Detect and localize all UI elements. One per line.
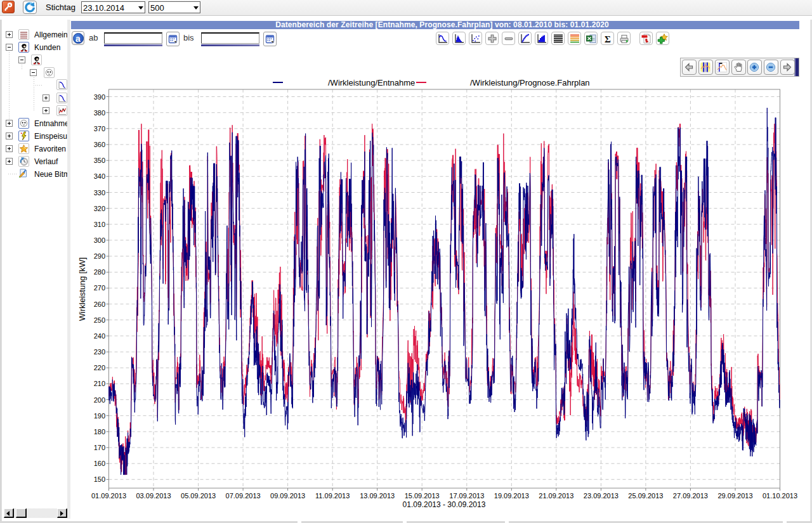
svg-text:320: 320 [94, 205, 105, 212]
svg-text:170: 170 [94, 444, 105, 451]
svg-text:05.09.2013: 05.09.2013 [181, 492, 216, 500]
svg-text:09.09.2013: 09.09.2013 [270, 492, 305, 500]
svg-text:190: 190 [94, 412, 105, 420]
svg-text:360: 360 [94, 141, 105, 148]
svg-text:370: 370 [94, 125, 105, 132]
svg-text:230: 230 [94, 348, 105, 356]
svg-text:29.09.2013: 29.09.2013 [717, 492, 752, 500]
svg-text:21.09.2013: 21.09.2013 [539, 492, 573, 500]
svg-text:23.09.2013: 23.09.2013 [584, 492, 619, 500]
svg-text:03.09.2013: 03.09.2013 [136, 492, 171, 500]
svg-text:340: 340 [94, 172, 105, 180]
svg-text:07.09.2013: 07.09.2013 [226, 492, 261, 500]
svg-text:25.09.2013: 25.09.2013 [628, 492, 663, 500]
svg-text:350: 350 [94, 157, 105, 164]
svg-text:390: 390 [94, 93, 105, 101]
svg-text:13.09.2013: 13.09.2013 [360, 492, 395, 500]
svg-text:310: 310 [94, 221, 105, 228]
svg-text:01.09.2013 - 30.09.2013: 01.09.2013 - 30.09.2013 [403, 500, 486, 509]
svg-text:27.09.2013: 27.09.2013 [673, 492, 708, 500]
svg-text:17.09.2013: 17.09.2013 [449, 492, 484, 500]
svg-text:11.09.2013: 11.09.2013 [315, 492, 350, 500]
svg-text:250: 250 [94, 316, 105, 324]
svg-text:330: 330 [94, 189, 105, 197]
svg-text:270: 270 [94, 284, 105, 292]
svg-text:300: 300 [94, 236, 105, 244]
svg-text:380: 380 [94, 109, 105, 117]
svg-text:01.10.2013: 01.10.2013 [763, 492, 797, 500]
svg-text:240: 240 [94, 332, 105, 340]
svg-text:19.09.2013: 19.09.2013 [494, 492, 529, 500]
svg-text:200: 200 [94, 396, 105, 404]
svg-text:260: 260 [94, 300, 105, 308]
svg-text:290: 290 [94, 252, 105, 260]
svg-text:01.09.2013: 01.09.2013 [91, 492, 126, 500]
svg-text:Wirkleistung [kW]: Wirkleistung [kW] [77, 257, 87, 321]
svg-text:/Wirkleistung/Prognose.Fahrpla: /Wirkleistung/Prognose.Fahrplan [470, 78, 590, 87]
svg-text:210: 210 [94, 380, 105, 387]
svg-text:280: 280 [94, 268, 105, 276]
svg-text:/Wirkleistung/Entnahme: /Wirkleistung/Entnahme [328, 78, 415, 87]
svg-text:160: 160 [94, 460, 105, 467]
svg-text:180: 180 [94, 428, 105, 436]
svg-text:15.09.2013: 15.09.2013 [405, 492, 440, 500]
svg-text:150: 150 [94, 475, 105, 483]
svg-text:220: 220 [94, 364, 105, 371]
